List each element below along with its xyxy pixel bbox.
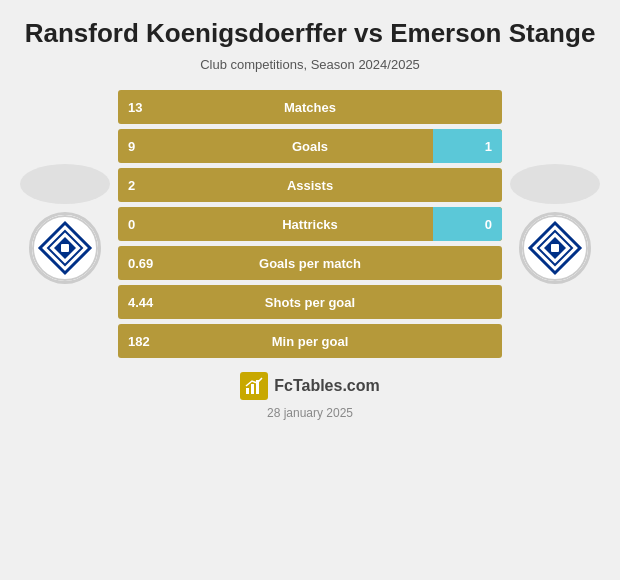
stat-value-left: 4.44 xyxy=(128,295,153,310)
svg-rect-11 xyxy=(251,384,254,394)
stat-row: 9Goals1 xyxy=(118,129,502,163)
svg-rect-10 xyxy=(246,388,249,394)
left-decorations xyxy=(20,164,110,284)
stat-row: 4.44Shots per goal xyxy=(118,285,502,319)
stat-label: Goals xyxy=(292,139,328,154)
stat-row: 0.69Goals per match xyxy=(118,246,502,280)
svg-rect-9 xyxy=(551,244,559,252)
svg-rect-4 xyxy=(61,244,69,252)
stat-value-left: 0 xyxy=(128,217,135,232)
stat-label: Min per goal xyxy=(272,334,349,349)
stat-value-left: 2 xyxy=(128,178,135,193)
date-text: 28 january 2025 xyxy=(267,406,353,420)
fctables-logo: FcTables.com xyxy=(240,372,380,400)
stats-column: 13Matches9Goals12Assists0Hattricks00.69G… xyxy=(118,90,502,358)
right-decorations xyxy=(510,164,600,284)
match-title: Ransford Koenigsdoerffer vs Emerson Stan… xyxy=(25,18,596,49)
fctables-icon xyxy=(240,372,268,400)
stat-value-left: 9 xyxy=(128,139,135,154)
right-oval xyxy=(510,164,600,204)
stat-label: Hattricks xyxy=(282,217,338,232)
fctables-text: FcTables.com xyxy=(274,377,380,395)
stat-row: 13Matches xyxy=(118,90,502,124)
right-badge xyxy=(519,212,591,284)
stat-value-left: 13 xyxy=(128,100,142,115)
stat-value-left: 182 xyxy=(128,334,150,349)
stat-value-left: 0.69 xyxy=(128,256,153,271)
stat-label: Shots per goal xyxy=(265,295,355,310)
stat-row: 182Min per goal xyxy=(118,324,502,358)
page-container: Ransford Koenigsdoerffer vs Emerson Stan… xyxy=(0,0,620,580)
stat-row: 2Assists xyxy=(118,168,502,202)
stat-label: Assists xyxy=(287,178,333,193)
match-subtitle: Club competitions, Season 2024/2025 xyxy=(200,57,420,72)
left-oval xyxy=(20,164,110,204)
stat-value-right: 0 xyxy=(485,217,492,232)
left-badge xyxy=(29,212,101,284)
comparison-area: 13Matches9Goals12Assists0Hattricks00.69G… xyxy=(20,90,600,358)
stat-label: Matches xyxy=(284,100,336,115)
stat-value-right: 1 xyxy=(485,139,492,154)
stat-row: 0Hattricks0 xyxy=(118,207,502,241)
stat-label: Goals per match xyxy=(259,256,361,271)
